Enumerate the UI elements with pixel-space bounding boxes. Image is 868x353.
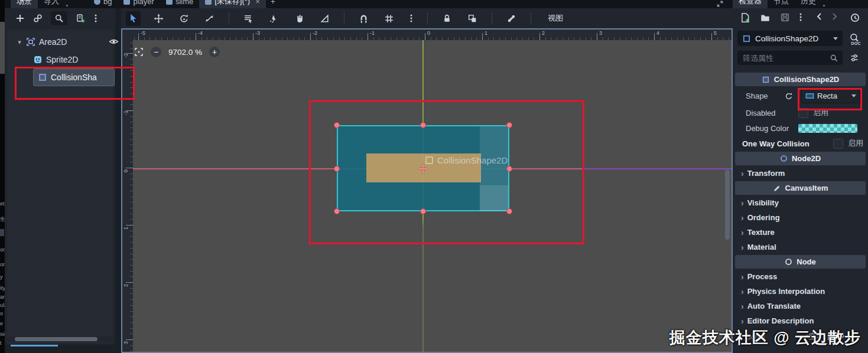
- tab-scene-dock[interactable]: 场景: [11, 0, 38, 8]
- filter-nodes-icon[interactable]: [51, 11, 67, 25]
- scene-icon: [166, 0, 173, 5]
- node-icon: [785, 258, 792, 266]
- group-material[interactable]: Material: [733, 240, 868, 254]
- resize-handle-right[interactable]: [506, 166, 512, 172]
- object-history-icon[interactable]: [850, 12, 860, 23]
- group-ordering[interactable]: Ordering: [733, 210, 868, 225]
- one-way-collision-checkbox[interactable]: [833, 139, 843, 149]
- scale-tool-icon[interactable]: [202, 11, 217, 26]
- group-editor-description[interactable]: Editor Description: [733, 313, 868, 328]
- viewport-vertical-scrollbar[interactable]: [725, 40, 730, 353]
- zoom-out-button[interactable]: −: [151, 47, 161, 57]
- load-resource-folder-icon[interactable]: [760, 12, 771, 23]
- resize-handle-top[interactable]: [420, 122, 426, 128]
- filter-properties-input[interactable]: [742, 53, 830, 63]
- save-resource-icon[interactable]: [780, 12, 790, 22]
- disabled-checkbox[interactable]: [798, 108, 808, 118]
- collisionshape2d-node-icon: [762, 76, 770, 84]
- search-docs-icon[interactable]: DOC: [849, 32, 860, 45]
- grid-snap-icon[interactable]: [382, 11, 396, 26]
- tab-node[interactable]: 节点: [768, 0, 795, 8]
- resize-handle-bottom-right[interactable]: [506, 208, 512, 214]
- expand-view-icon[interactable]: [716, 1, 724, 7]
- revert-icon[interactable]: [785, 92, 793, 100]
- collisionshape2d-node-icon: [742, 34, 751, 43]
- group-visibility[interactable]: Visibility: [733, 195, 868, 210]
- sprite2d-node-icon: [33, 55, 43, 64]
- ruler-tool-icon[interactable]: [317, 11, 332, 26]
- scene-dock-toolbar: [5, 8, 115, 28]
- group-transform[interactable]: Transform: [733, 166, 868, 181]
- group-auto-translate[interactable]: Auto Translate: [733, 299, 868, 313]
- scene-tree: Area2D Sprite2D CollisionSha: [7, 30, 113, 344]
- resize-handle-bottom[interactable]: [420, 208, 426, 214]
- resize-handle-top-left[interactable]: [334, 122, 340, 128]
- collisionshape2d-node-icon: [38, 73, 47, 82]
- scene-dock: Area2D Sprite2D CollisionSha: [5, 8, 115, 353]
- sliver-gray-block: [0, 229, 4, 236]
- history-forward-icon[interactable]: [832, 12, 837, 21]
- add-scene-tab-button[interactable]: +: [266, 0, 280, 8]
- center-view-icon[interactable]: [134, 47, 144, 57]
- pan-tool-icon[interactable]: [292, 11, 307, 26]
- move-tool-icon[interactable]: [151, 11, 166, 26]
- history-back-icon[interactable]: [817, 12, 822, 21]
- property-tools-icon[interactable]: [850, 53, 859, 63]
- select-pivot-tool-icon[interactable]: [266, 11, 281, 26]
- zoom-widget: − 9702.0 % +: [134, 45, 220, 59]
- group-object-icon[interactable]: [465, 11, 480, 26]
- tree-row-sprite2d[interactable]: Sprite2D: [7, 52, 139, 67]
- group-process[interactable]: Process: [733, 269, 868, 284]
- resize-handle-bottom-left[interactable]: [334, 208, 340, 214]
- snap-options-icon[interactable]: [407, 11, 415, 25]
- resource-options-icon[interactable]: [799, 12, 802, 22]
- edited-node-selector[interactable]: CollisionShape2D: [737, 31, 843, 46]
- close-tab-icon[interactable]: ×: [255, 0, 260, 6]
- tree-row-area2d[interactable]: Area2D: [7, 34, 122, 50]
- lock-object-icon[interactable]: [440, 11, 454, 26]
- canvas-viewport[interactable]: CollisionShape2D -5 -4 -3 -2 -1 0 1 2 3 …: [121, 28, 733, 353]
- brush-icon: [773, 184, 781, 192]
- tab-history[interactable]: 历史: [795, 0, 822, 8]
- ruler-corner: [122, 30, 133, 40]
- add-node-icon[interactable]: [15, 14, 25, 23]
- property-row-one-way-collision: One Way Collision 启用: [733, 136, 868, 151]
- shape-value-dropdown[interactable]: Recta: [801, 89, 860, 103]
- select-tool-icon[interactable]: [126, 11, 141, 26]
- list-select-tool-icon[interactable]: [241, 11, 256, 26]
- view-menu[interactable]: 视图: [543, 12, 568, 25]
- tab-inspector[interactable]: 检查器: [733, 0, 768, 8]
- group-texture[interactable]: Texture: [733, 225, 868, 240]
- property-row-debug-color: Debug Color: [733, 120, 868, 136]
- property-row-disabled: Disabled 启用: [733, 105, 868, 120]
- group-physics-interpolation[interactable]: Physics Interpolation: [733, 284, 868, 299]
- scrollbar-thumb[interactable]: [15, 337, 97, 341]
- scene-tab-slime[interactable]: slime: [160, 0, 199, 8]
- scene-tab-bg[interactable]: bg: [88, 0, 118, 8]
- rotate-tool-icon[interactable]: [177, 11, 191, 26]
- new-resource-icon[interactable]: [740, 12, 750, 23]
- resize-handle-left[interactable]: [334, 166, 340, 172]
- zoom-level-label[interactable]: 9702.0 %: [168, 48, 202, 57]
- scene-icon: [123, 0, 130, 5]
- zoom-in-button[interactable]: +: [209, 47, 220, 57]
- selected-node-floating-label: CollisionShape2D: [425, 155, 508, 165]
- canvas-toolbar: 视图: [121, 8, 733, 28]
- instance-scene-icon[interactable]: [33, 14, 43, 23]
- node-pivot-crosshair[interactable]: [419, 165, 427, 173]
- resize-handle-top-right[interactable]: [506, 122, 512, 128]
- tab-import-dock[interactable]: 导入: [38, 0, 65, 8]
- scene-tab-player[interactable]: player: [118, 0, 160, 8]
- filter-properties-box[interactable]: [737, 51, 843, 65]
- scene-tree-horizontal-scrollbar[interactable]: [7, 336, 113, 342]
- scene-tab-unsaved[interactable]: [未保存](*)×: [199, 0, 266, 8]
- property-row-shape: Shape Recta: [733, 87, 868, 105]
- debug-color-swatch[interactable]: [798, 124, 857, 133]
- attach-script-icon[interactable]: [76, 14, 86, 24]
- more-options-icon[interactable]: [94, 14, 97, 23]
- smart-snap-icon[interactable]: [356, 11, 371, 26]
- collapse-arrow-icon[interactable]: [17, 38, 22, 46]
- scrollbar-thumb[interactable]: [725, 170, 730, 240]
- visibility-eye-icon[interactable]: [109, 37, 119, 47]
- skeleton-bone-icon[interactable]: [504, 11, 519, 26]
